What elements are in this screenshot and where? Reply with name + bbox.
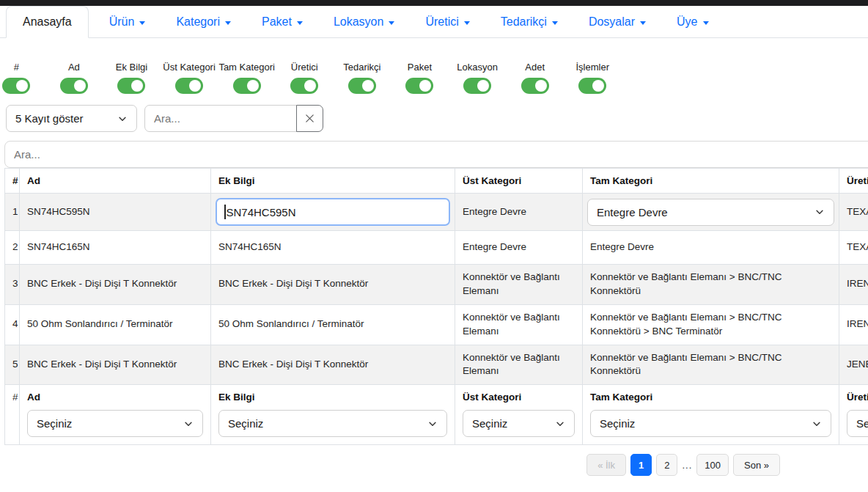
toggle-label: Ad	[68, 62, 80, 73]
cell-ust-kategori: Entegre Devre	[455, 231, 583, 265]
cell-ek-bilgi: SN74HC165N	[211, 231, 455, 265]
col-header-tam-kategori: Tam Kategori	[583, 169, 839, 194]
cell-num: 2	[5, 231, 20, 265]
filter-value: Seçiniz	[228, 416, 263, 431]
toggle-switch[interactable]	[117, 78, 145, 94]
filter-value: Seçiniz	[856, 416, 868, 431]
cell-ust-kategori: Entegre Devre	[455, 194, 583, 231]
cell-ek-bilgi: BNC Erkek - Dişi Dişi T Konnektör	[211, 265, 455, 305]
col-header-uretici: Üretici	[839, 169, 868, 194]
filter-uretici-select[interactable]: Seçiniz	[847, 410, 868, 437]
toggle-switch[interactable]	[348, 78, 376, 94]
tam-kategori-select[interactable]: Entegre Devre	[587, 199, 834, 226]
filter-ust-kategori: Üst Kategori Seçiniz	[455, 385, 583, 445]
nav-item-uye[interactable]: Üye	[666, 6, 718, 37]
caret-down-icon	[552, 21, 558, 25]
ek-bilgi-edit-input[interactable]: SN74HC595N	[216, 198, 450, 226]
cell-ust-kategori: Konnektör ve Bağlantı Elemanı	[455, 345, 583, 385]
toggle-knob	[419, 80, 431, 92]
list-controls: 5 Kayıt göster	[6, 105, 868, 132]
toggle-label: Tedarikçi	[343, 62, 380, 73]
toggle-switch[interactable]	[405, 78, 433, 94]
pagination-first-button[interactable]: « İlk	[586, 454, 626, 476]
filter-value: Seçiniz	[37, 416, 72, 431]
table-search-input[interactable]	[4, 141, 868, 168]
filter-label: Ad	[27, 391, 203, 405]
table-header-row: # Ad Ek Bilgi Üst Kategori Tam Kategori …	[5, 169, 868, 194]
pagination-page-2[interactable]: 2	[656, 454, 677, 476]
nav-item-uretici[interactable]: Üretici	[415, 6, 479, 37]
filter-label: Üst Kategori	[463, 391, 575, 405]
cell-num: 3	[5, 265, 20, 305]
cell-num: 1	[5, 194, 20, 231]
caret-down-icon	[703, 21, 709, 25]
toggle-switch[interactable]	[233, 78, 261, 94]
filter-ust-kategori-select[interactable]: Seçiniz	[463, 410, 575, 437]
toggle-knob	[247, 80, 259, 92]
cell-ust-kategori: Konnektör ve Bağlantı Elemanı	[455, 265, 583, 305]
caret-down-icon	[225, 21, 231, 25]
cell-ek-bilgi: 50 Ohm Sonlandırıcı / Terminatör	[211, 304, 455, 345]
page-size-value: 5 Kayıt göster	[15, 112, 84, 125]
toggle-switch[interactable]	[2, 78, 30, 94]
toggle-switch[interactable]	[463, 78, 491, 94]
cell-uretici: IREN	[839, 265, 868, 305]
cell-uretici: TEXA	[839, 231, 868, 265]
nav-item-tedarikci[interactable]: Tedarikçi	[490, 6, 568, 37]
nav-item-lokasyon[interactable]: Lokasyon	[323, 6, 405, 37]
page-size-select[interactable]: 5 Kayıt göster	[6, 105, 137, 132]
search-input[interactable]	[144, 105, 297, 132]
tam-kategori-value: Entegre Devre	[597, 205, 668, 220]
tab-anasayfa[interactable]: Anasayfa	[6, 6, 89, 38]
caret-down-icon	[464, 21, 470, 25]
pagination-ellipsis: ...	[682, 460, 692, 471]
toggle-switch[interactable]	[290, 78, 318, 94]
pagination-page-100[interactable]: 100	[696, 454, 729, 476]
table-row: 2 SN74HC165N SN74HC165N Entegre Devre En…	[5, 231, 868, 265]
toggle-label: İşlemler	[575, 62, 609, 73]
cell-tam-kategori: Konnektör ve Bağlantı Elemanı > BNC/TNC …	[583, 265, 839, 305]
chevron-down-icon	[117, 114, 128, 124]
nav-item-urun[interactable]: Ürün	[99, 6, 156, 37]
chevron-down-icon	[555, 419, 565, 429]
filter-ek-bilgi-select[interactable]: Seçiniz	[218, 410, 447, 437]
search-group	[144, 105, 323, 132]
cell-ek-bilgi: BNC Erkek - Dişi Dişi T Konnektör	[211, 345, 455, 385]
toggle-switch[interactable]	[578, 78, 606, 94]
cell-num: 5	[5, 345, 20, 385]
toggle-knob	[535, 80, 547, 92]
filter-label: Ek Bilgi	[218, 391, 447, 405]
cell-tam-kategori: Entegre Devre	[583, 231, 839, 265]
nav-item-kategori[interactable]: Kategori	[166, 6, 241, 37]
clear-search-button[interactable]	[296, 105, 323, 132]
column-toggles: # Ad Ek Bilgi Üst Kategori Tam Kategori …	[0, 62, 868, 94]
table-filter-row: # Ad Seçiniz Ek Bilgi Seçiniz Üst Katego…	[5, 385, 868, 445]
filter-ad-select[interactable]: Seçiniz	[27, 410, 203, 437]
toggle-switch[interactable]	[60, 78, 88, 94]
nav-item-label: Ürün	[109, 15, 135, 29]
toggle-switch[interactable]	[521, 78, 549, 94]
chevron-down-icon	[812, 419, 822, 429]
nav-item-dosyalar[interactable]: Dosyalar	[578, 6, 656, 37]
toggle-knob	[592, 80, 604, 92]
toggle-knob	[16, 80, 28, 92]
toggle-tedarikci: Tedarikçi	[334, 62, 391, 94]
nav-item-label: Lokasyon	[334, 15, 384, 29]
toggle-label: Ek Bilgi	[116, 62, 147, 73]
toggle-islemler: İşlemler	[564, 62, 622, 94]
toggle-switch[interactable]	[175, 78, 203, 94]
filter-label: Tam Kategori	[590, 391, 831, 405]
caret-down-icon	[389, 21, 394, 25]
cell-ad: SN74HC165N	[20, 231, 211, 265]
pagination-last-button[interactable]: Son »	[733, 454, 780, 476]
pagination-page-1[interactable]: 1	[630, 454, 652, 476]
nav-item-label: Tedarikçi	[501, 15, 547, 29]
filter-num: #	[5, 385, 20, 445]
cell-ad: BNC Erkek - Dişi Dişi T Konnektör	[20, 345, 211, 385]
filter-tam-kategori-select[interactable]: Seçiniz	[590, 410, 831, 437]
filter-ad: Ad Seçiniz	[20, 385, 211, 445]
toggle-tam-kategori: Tam Kategori	[218, 62, 276, 94]
nav-item-paket[interactable]: Paket	[251, 6, 313, 37]
nav-item-label: Dosyalar	[589, 15, 635, 29]
filter-ek-bilgi: Ek Bilgi Seçiniz	[211, 385, 455, 445]
